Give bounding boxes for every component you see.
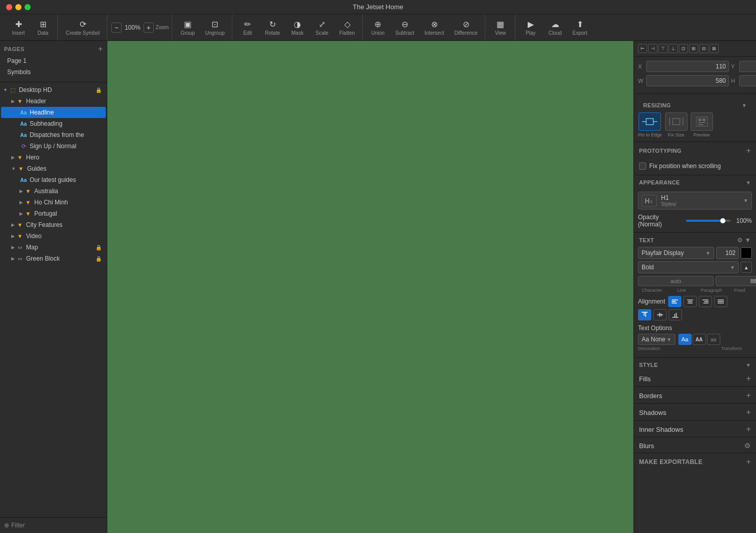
align-bottom-v-button[interactable] xyxy=(669,309,682,320)
borders-add-icon[interactable]: + xyxy=(746,391,751,400)
text-chevron-icon[interactable]: ▼ xyxy=(745,237,751,244)
add-page-button[interactable]: + xyxy=(98,45,103,53)
align-right-icon[interactable]: ⊤ xyxy=(658,44,668,53)
layer-our-latest-guides[interactable]: Aa Our latest guides xyxy=(1,174,106,186)
blurs-settings-icon[interactable]: ⚙ xyxy=(744,442,751,450)
transform-normal-button[interactable]: Aa xyxy=(678,334,692,345)
align-center-button[interactable] xyxy=(683,296,697,307)
align-justify-button[interactable] xyxy=(714,296,727,307)
create-symbol-button[interactable]: ⟳ Create Symbol xyxy=(62,17,104,38)
char-spacing-input[interactable] xyxy=(638,276,714,286)
shadows-add-icon[interactable]: + xyxy=(746,408,751,417)
ungroup-button[interactable]: ⊡ Ungroup xyxy=(201,17,228,38)
font-stepper-up[interactable]: ▲ xyxy=(741,262,752,273)
chevron-right-icon[interactable]: ▶ xyxy=(11,222,15,227)
page-symbols[interactable]: Symbols xyxy=(4,66,103,78)
fix-size-box[interactable] xyxy=(665,112,688,131)
chevron-right-icon[interactable]: ▶ xyxy=(11,155,15,160)
layer-ho-chi-minh[interactable]: ▶ ▼ Ho Chi Minh xyxy=(1,197,106,208)
fills-add-icon[interactable]: + xyxy=(746,374,751,383)
appearance-toggle-icon[interactable]: ▼ xyxy=(746,180,751,186)
resizing-toggle-icon[interactable]: ▼ xyxy=(742,103,747,108)
layer-signup[interactable]: ⟳ Sign Up / Normal xyxy=(1,141,106,152)
opacity-slider[interactable] xyxy=(686,220,731,222)
chevron-right-icon[interactable]: ▶ xyxy=(11,234,15,239)
layer-hero[interactable]: ▶ ▼ Hero xyxy=(1,152,106,163)
chevron-right-icon[interactable]: ▶ xyxy=(11,99,15,104)
align-left-icon[interactable]: ⊢ xyxy=(638,44,647,53)
line-spacing-input[interactable] xyxy=(716,276,756,286)
transform-upper-button[interactable]: AA xyxy=(693,334,706,345)
page-1[interactable]: Page 1 xyxy=(4,55,103,66)
insert-button[interactable]: ✚ Insert xyxy=(7,17,30,38)
layer-header[interactable]: ▶ ▼ Header xyxy=(1,96,106,107)
chevron-right-icon[interactable]: ▶ xyxy=(11,245,15,250)
zoom-plus-button[interactable]: + xyxy=(144,22,154,33)
union-button[interactable]: ⊕ Union xyxy=(367,17,389,38)
align-bottom-icon[interactable]: ⊞ xyxy=(689,44,698,53)
pin-to-edge-option[interactable]: Pin to Edge xyxy=(638,112,662,137)
chevron-right-icon[interactable]: ▶ xyxy=(19,189,23,194)
chevron-right-icon[interactable]: ▶ xyxy=(19,211,23,216)
zoom-minus-button[interactable]: − xyxy=(111,22,122,33)
canvas[interactable] xyxy=(107,41,633,533)
flatten-button[interactable]: ◇ Flatten xyxy=(335,17,359,38)
align-top-v-button[interactable] xyxy=(638,309,651,320)
view-button[interactable]: ▦ View xyxy=(489,17,512,38)
data-button[interactable]: ⊞ Data xyxy=(32,17,54,38)
make-exportable-add-icon[interactable]: + xyxy=(746,457,751,467)
export-button[interactable]: ⬆ Export xyxy=(569,17,592,38)
pin-to-edge-box[interactable] xyxy=(639,112,661,131)
layer-video[interactable]: ▶ ▼ Video xyxy=(1,230,106,242)
align-center-v-icon[interactable]: ⊡ xyxy=(679,44,688,53)
x-input[interactable] xyxy=(646,61,729,72)
align-center-h-icon[interactable]: ⊣ xyxy=(648,44,657,53)
layer-map[interactable]: ▶ ▭ Map 🔒 xyxy=(1,242,106,253)
layer-headline[interactable]: Aa Headline xyxy=(1,107,106,118)
w-input[interactable] xyxy=(646,75,729,86)
chevron-down-icon[interactable]: ▼ xyxy=(11,166,16,171)
distribute-v-icon[interactable]: ⊠ xyxy=(710,44,719,53)
inner-shadows-add-icon[interactable]: + xyxy=(746,425,751,434)
chevron-right-icon[interactable]: ▶ xyxy=(19,200,23,205)
text-settings-icon[interactable]: ⚙ xyxy=(737,237,743,244)
chevron-right-icon[interactable]: ▶ xyxy=(11,256,15,261)
align-right-button[interactable] xyxy=(699,296,712,307)
layer-guides[interactable]: ▼ ▼ Guides xyxy=(1,163,106,174)
difference-button[interactable]: ⊘ Difference xyxy=(450,17,481,38)
layer-green-block[interactable]: ▶ ▭ Green Block 🔒 xyxy=(1,253,106,264)
align-left-button[interactable] xyxy=(668,296,681,307)
font-family-select[interactable]: Playfair Display ▼ xyxy=(638,247,714,259)
style-picker[interactable]: 1 H1 Styles/ ▼ xyxy=(638,192,752,210)
align-middle-v-button[interactable] xyxy=(653,309,667,320)
font-color-picker[interactable] xyxy=(741,247,752,259)
layer-australia[interactable]: ▶ ▼ Australia xyxy=(1,186,106,197)
fix-size-option[interactable]: Fix Size xyxy=(665,112,688,137)
preview-box[interactable] xyxy=(691,112,713,131)
fix-scroll-checkbox[interactable] xyxy=(639,163,646,170)
maximize-button[interactable] xyxy=(25,4,31,10)
mask-button[interactable]: ◑ Mask xyxy=(286,17,309,38)
close-button[interactable] xyxy=(6,4,12,10)
layer-dispatches[interactable]: Aa Dispatches from the xyxy=(1,129,106,141)
rotate-button[interactable]: ↻ Rotate xyxy=(261,17,284,38)
h-input[interactable] xyxy=(739,75,756,86)
subtract-button[interactable]: ⊖ Subtract xyxy=(391,17,418,38)
style-toggle-icon[interactable]: ▼ xyxy=(746,362,751,368)
play-button[interactable]: ▶ Play xyxy=(519,17,542,38)
resizing-header[interactable]: RESIZING ▼ xyxy=(638,98,752,112)
font-weight-select[interactable]: Bold ▼ xyxy=(638,261,739,273)
align-top-icon[interactable]: ⊥ xyxy=(669,44,678,53)
y-input[interactable] xyxy=(739,61,756,72)
intersect-button[interactable]: ⊗ Intersect xyxy=(420,17,448,38)
chevron-down-icon[interactable]: ▼ xyxy=(3,87,8,92)
group-button[interactable]: ▣ Group xyxy=(176,17,199,38)
edit-button[interactable]: ✏ Edit xyxy=(237,17,259,38)
minimize-button[interactable] xyxy=(15,4,21,10)
layer-desktop-hd[interactable]: ▼ ⬚ Desktop HD 🔒 xyxy=(1,84,106,96)
layer-subheading[interactable]: Aa Subheading xyxy=(1,118,106,129)
distribute-h-icon[interactable]: ⊟ xyxy=(699,44,708,53)
layer-city-features[interactable]: ▶ ▼ City Features xyxy=(1,219,106,230)
prototyping-add-icon[interactable]: + xyxy=(746,146,751,155)
scale-button[interactable]: ⤢ Scale xyxy=(311,17,333,38)
